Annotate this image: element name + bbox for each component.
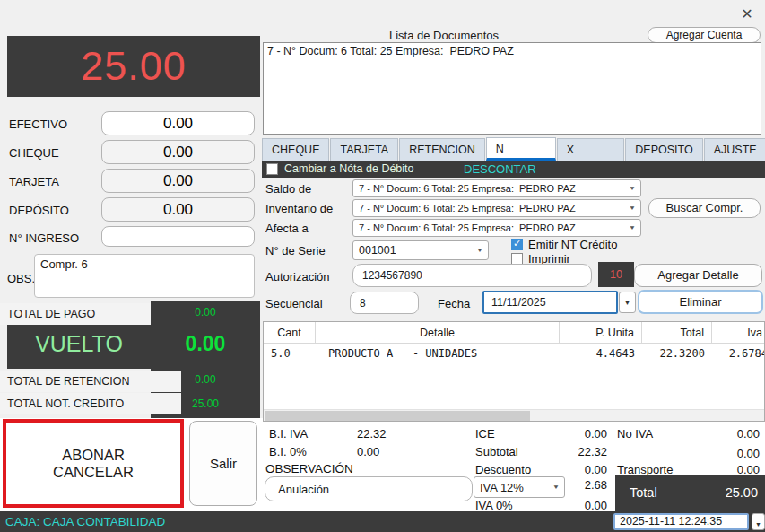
grand-total-value: 25.00 <box>726 485 758 500</box>
secuencial-label: Secuencial <box>265 297 323 310</box>
grand-total-box: Total 25.00 <box>615 475 765 511</box>
transporte-value: 0.00 <box>682 463 760 476</box>
caja-status-label: CAJA: CAJA CONTABILIDAD <box>5 515 165 528</box>
fecha-dropdown-button[interactable]: ▼ <box>619 292 636 313</box>
tab-cheque[interactable]: CHEQUE <box>262 138 329 161</box>
tab-n-credito[interactable]: N CREDITO <box>486 137 556 161</box>
cheque-input[interactable]: 0.00 <box>101 140 255 164</box>
emitir-label: Emitir NT Crédito <box>528 238 617 251</box>
tab-x-cobrar[interactable]: X COBRAR <box>557 138 624 161</box>
bi-iva-label: B.I. IVA <box>269 427 308 440</box>
deposito-label: DEPÓSITO <box>9 204 69 217</box>
observacion-label: OBSERVACIÓN <box>265 462 353 475</box>
salir-button[interactable]: Salir <box>189 421 257 506</box>
cell-detalle: PRODUCTO A - UNIDADES <box>316 344 560 362</box>
detail-table[interactable]: Cant Detalle P. Unita Total Iva 5.0 PROD… <box>263 321 765 422</box>
amount-due-value: 25.00 <box>81 43 187 90</box>
autorizacion-length-badge: 10 <box>598 262 634 287</box>
autorizacion-input[interactable]: 1234567890 <box>352 264 592 287</box>
tab-ajuste[interactable]: AJUSTE <box>704 138 765 161</box>
inventario-combo-value: 7 - N° Docum: 6 Total: 25 Empresa: PEDRO… <box>359 203 576 214</box>
datetime-dropdown-button[interactable]: ▼ <box>752 513 765 530</box>
dropdown-arrow-icon: ▼ <box>755 521 761 528</box>
bi-0-value: 0.00 <box>357 445 379 458</box>
descuento-value: 0.00 <box>534 463 607 476</box>
bi-0-label: B.I. 0% <box>269 445 307 458</box>
secuencial-input[interactable]: 8 <box>350 292 419 314</box>
obs-textarea[interactable]: Compr. 6 <box>34 254 255 298</box>
ice-label: ICE <box>475 427 495 440</box>
iva0-value: 0.00 <box>534 499 607 512</box>
payment-tabs: CHEQUE TARJETA RETENCION N CREDITO X COB… <box>262 137 765 161</box>
abonar-cancelar-button[interactable]: ABONAR CANCELAR <box>3 419 184 508</box>
bi-iva-value: 22.32 <box>357 427 387 440</box>
serie-combo[interactable]: 001001 ▼ <box>352 240 489 260</box>
autorizacion-label: Autorización <box>265 270 330 283</box>
col-header-total: Total <box>642 322 712 344</box>
vuelto-value: 0.00 <box>151 332 260 356</box>
observacion-input[interactable]: Anulación <box>265 476 473 501</box>
tab-retencion[interactable]: RETENCION <box>399 138 485 161</box>
tarjeta-input[interactable]: 0.00 <box>101 169 255 193</box>
abonar-line1: ABONAR <box>62 447 125 464</box>
saldo-combo-value: 7 - N° Docum: 6 Total: 25 Empresa: PEDRO… <box>359 183 576 194</box>
serie-label: N° de Serie <box>265 244 326 257</box>
afecta-label: Afecta a <box>265 222 309 235</box>
close-icon[interactable]: ✕ <box>735 4 759 25</box>
serie-combo-value: 001001 <box>359 244 396 257</box>
ingreso-label: N° INGRESO <box>9 231 79 245</box>
document-listbox[interactable]: 7 - N° Docum: 6 Total: 25 Empresa: PEDRO… <box>263 42 761 135</box>
fecha-input[interactable]: 11/11/2025 <box>482 291 618 314</box>
document-list-item[interactable]: 7 - N° Docum: 6 Total: 25 Empresa: PEDRO… <box>264 43 761 59</box>
descuento-label: Descuento <box>475 463 531 476</box>
cell-iva: 2.6784 <box>712 344 765 362</box>
agregar-detalle-button[interactable]: Agregar Detalle <box>634 264 762 287</box>
total-retencion-value: 0.00 <box>151 373 260 386</box>
cell-punita: 4.4643 <box>560 344 642 362</box>
iva12-value: 2.68 <box>534 478 607 492</box>
afecta-combo[interactable]: 7 - N° Docum: 6 Total: 25 Empresa: PEDRO… <box>352 219 641 237</box>
deposito-input[interactable]: 0.00 <box>101 197 255 222</box>
cell-cant: 5.0 <box>264 344 316 362</box>
dropdown-arrow-icon: ▼ <box>476 247 483 253</box>
inventario-combo[interactable]: 7 - N° Docum: 6 Total: 25 Empresa: PEDRO… <box>352 199 641 217</box>
tab-deposito[interactable]: DEPOSITO <box>625 138 702 161</box>
debit-toggle-checkbox[interactable] <box>266 163 278 175</box>
obs-label: OBS. <box>7 272 35 285</box>
eliminar-button[interactable]: Eliminar <box>638 290 763 314</box>
efectivo-input[interactable]: 0.00 <box>101 111 255 135</box>
ingreso-input[interactable] <box>101 226 255 247</box>
check-icon: ✓ <box>513 238 521 249</box>
ice-value: 0.00 <box>534 427 607 440</box>
emitir-checkbox[interactable]: ✓ <box>511 239 523 250</box>
fecha-label: Fecha <box>438 297 470 310</box>
dropdown-arrow-icon: ▼ <box>629 185 636 191</box>
abonar-line2: CANCELAR <box>53 464 134 481</box>
no-iva-value: 0.00 <box>682 427 760 440</box>
tarjeta-label: TARJETA <box>9 175 59 188</box>
buscar-compr-button[interactable]: Buscar Compr. <box>648 198 761 218</box>
total-pago-label: TOTAL DE PAGO <box>0 303 151 325</box>
iva12-dropdown-value: IVA 12% <box>480 481 524 494</box>
vuelto-label: VUELTO <box>7 331 151 357</box>
afecta-combo-value: 7 - N° Docum: 6 Total: 25 Empresa: PEDRO… <box>359 222 576 233</box>
no-iva-label: No IVA <box>617 427 653 440</box>
dropdown-arrow-icon: ▼ <box>629 205 636 211</box>
inventario-label: Inventario de <box>265 202 333 215</box>
documents-title: Lista de Documentos <box>305 29 583 42</box>
subtotal-value: 22.32 <box>534 445 607 458</box>
tab-tarjeta[interactable]: TARJETA <box>330 138 398 161</box>
table-horizontal-scrollbar[interactable] <box>264 409 764 421</box>
dropdown-arrow-icon: ▼ <box>624 299 631 307</box>
blank-row-value: 0.00 <box>682 447 760 460</box>
datetime-picker[interactable]: 2025-11-11 12:24:35 <box>613 513 749 530</box>
total-credito-value: 25.00 <box>151 397 260 410</box>
scrollbar-thumb[interactable] <box>265 411 530 421</box>
saldo-combo[interactable]: 7 - N° Docum: 6 Total: 25 Empresa: PEDRO… <box>352 179 641 197</box>
iva0-label: IVA 0% <box>475 499 513 512</box>
efectivo-label: EFECTIVO <box>9 118 67 131</box>
col-header-cant: Cant <box>264 322 316 344</box>
subtotal-label: Subtotal <box>475 445 518 458</box>
add-account-button[interactable]: Agregar Cuenta <box>648 27 761 43</box>
debit-toggle-label: Cambiar a Nóta de Débito <box>284 162 414 175</box>
